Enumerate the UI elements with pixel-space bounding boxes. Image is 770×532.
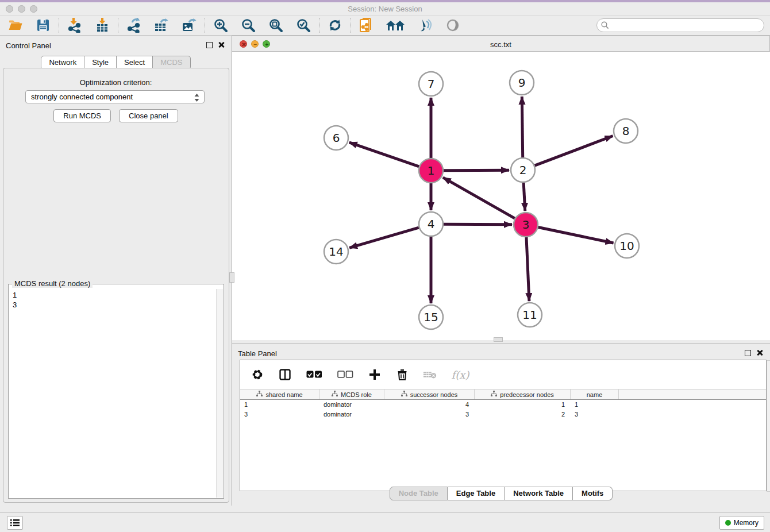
tab-node-table[interactable]: Node Table [390,487,448,500]
horizontal-splitter-handle[interactable] [494,337,503,342]
export-table-icon[interactable] [153,17,170,33]
table-cell[interactable]: 3 [571,410,619,419]
table-scrollbar[interactable] [767,360,770,492]
node-label: 7 [428,77,435,91]
table-row[interactable]: 1dominator411 [240,400,766,410]
node-4[interactable]: 4 [419,212,443,236]
search-input[interactable] [596,18,764,32]
zoom-selected-icon[interactable] [295,17,312,33]
node-15[interactable]: 15 [419,305,443,329]
clone-network-icon[interactable] [358,17,375,33]
node-label: 4 [428,217,435,231]
column-header-predecessor-nodes[interactable]: predecessor nodes [475,390,571,399]
table-row[interactable]: 3dominator323 [240,410,766,419]
run-mcds-button[interactable]: Run MCDS [53,109,111,122]
table-cell[interactable]: dominator [319,400,384,410]
table-header-row: shared nameMCDS rolesuccessor nodesprede… [240,389,766,400]
criterion-select[interactable]: strongly connected component [25,90,205,103]
select-all-checkboxes-icon[interactable] [306,367,323,383]
table-cell[interactable]: 4 [384,400,475,410]
save-session-icon[interactable] [34,17,52,33]
node-6[interactable]: 6 [324,126,348,150]
edge-3-11[interactable] [526,237,529,301]
deselect-all-checkboxes-icon[interactable] [337,367,354,383]
network-canvas[interactable]: 7968124314101511 [232,52,770,340]
tab-motifs[interactable]: Motifs [573,487,613,500]
column-header-shared-name[interactable]: shared name [240,390,319,399]
column-header-MCDS-role[interactable]: MCDS role [319,390,384,399]
node-table-container: f(x) shared nameMCDS rolesuccessor nodes… [240,360,767,491]
export-network-icon[interactable] [125,17,143,33]
node-label: 3 [522,218,530,232]
show-graphics-details-icon[interactable] [444,17,461,33]
zoom-fit-icon[interactable] [267,17,284,33]
edge-2-3[interactable] [523,183,525,211]
table-cell[interactable]: 2 [475,410,571,419]
apply-layout-icon[interactable] [326,17,344,33]
column-header-successor-nodes[interactable]: successor nodes [384,390,475,399]
edge-4-14[interactable] [349,228,419,248]
table-cell[interactable]: 1 [475,400,571,410]
list-icon [10,519,20,527]
zoom-out-icon[interactable] [240,17,257,33]
edge-2-8[interactable] [535,136,613,166]
edge-1-6[interactable] [349,142,419,167]
close-table-panel-icon[interactable] [756,349,763,356]
edge-1-2[interactable] [444,170,509,171]
mcds-result-text[interactable]: 13 [9,289,216,498]
export-image-icon[interactable] [180,17,198,33]
float-table-panel-icon[interactable] [745,350,751,356]
table-panel: Table Panel [232,343,770,506]
apply-style-icon[interactable] [417,17,434,33]
node-7[interactable]: 7 [419,72,443,96]
edge-3-1[interactable] [443,178,515,218]
tab-edge-table[interactable]: Edge Table [448,487,505,500]
delete-column-icon[interactable] [395,367,409,383]
add-column-icon[interactable] [368,367,382,383]
import-table-icon[interactable] [94,17,111,33]
close-panel-button[interactable]: Close panel [119,109,178,122]
node-9[interactable]: 9 [510,71,534,95]
edge-4-3[interactable] [444,224,512,225]
delete-table-icon[interactable] [423,367,437,383]
table-settings-icon[interactable] [251,367,264,383]
node-label: 9 [518,76,526,90]
task-history-button[interactable] [7,516,23,530]
vertical-splitter-handle[interactable] [229,272,234,283]
mcds-result-box: MCDS result (2 nodes) 13 [8,284,224,499]
table-cell[interactable]: 3 [384,410,475,419]
node-label: 14 [329,245,343,259]
node-1[interactable]: 1 [419,159,443,183]
node-8[interactable]: 8 [614,119,638,143]
close-panel-icon[interactable] [218,41,225,48]
edge-3-10[interactable] [538,228,614,244]
table-cell[interactable]: 3 [240,410,319,419]
table-toolbar: f(x) [240,360,766,389]
open-session-icon[interactable] [7,17,24,33]
column-tree-icon [256,391,263,398]
tab-network-table[interactable]: Network Table [505,487,573,500]
node-3[interactable]: 3 [514,213,538,237]
column-label: successor nodes [410,391,458,398]
function-builder-icon[interactable]: f(x) [451,367,470,383]
node-label: 6 [333,131,340,145]
node-label: 11 [522,308,537,322]
zoom-in-icon[interactable] [212,17,229,33]
table-tabstrip: Node TableEdge TableNetwork TableMotifs [232,487,770,500]
import-network-icon[interactable] [66,17,83,33]
table-cell[interactable]: dominator [319,410,384,419]
node-11[interactable]: 11 [518,303,542,327]
memory-button[interactable]: Memory [719,516,764,530]
edge-2-9[interactable] [522,97,522,157]
mcds-result-scrollbar[interactable] [216,289,223,498]
split-view-icon[interactable] [278,367,292,383]
first-neighbors-icon[interactable] [386,17,406,33]
node-10[interactable]: 10 [615,234,639,258]
table-cell[interactable]: 1 [571,400,619,410]
node-2[interactable]: 2 [511,158,535,182]
network-window-titlebar[interactable]: ✕ − + scc.txt [232,36,770,52]
float-panel-icon[interactable] [206,42,213,48]
column-header-name[interactable]: name [571,390,619,399]
node-14[interactable]: 14 [324,240,348,264]
table-cell[interactable]: 1 [240,400,319,410]
